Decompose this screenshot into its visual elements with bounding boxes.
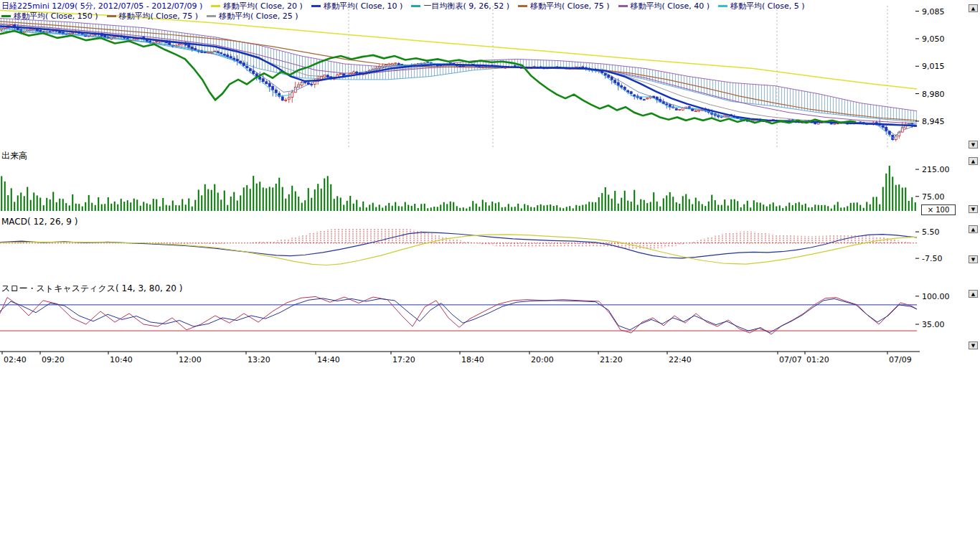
svg-text:02:40: 02:40 bbox=[4, 355, 27, 364]
svg-text:8,980: 8,980 bbox=[922, 90, 945, 99]
legend-color-sample bbox=[311, 5, 321, 7]
panel-price bbox=[0, 6, 917, 147]
svg-text:9,050: 9,050 bbox=[922, 34, 945, 44]
legend-color-sample bbox=[1, 15, 11, 17]
svg-text:01:20: 01:20 bbox=[806, 355, 829, 364]
svg-text:10:40: 10:40 bbox=[110, 355, 133, 364]
legend-item: 移動平均( Close, 150 ) bbox=[1, 11, 98, 22]
svg-text:07/09: 07/09 bbox=[889, 355, 912, 364]
stoch-scale-down-button[interactable]: ▼ bbox=[969, 342, 978, 349]
header-row-1: 日経225mini 12/09( 5分, 2012/07/05 - 2012/0… bbox=[1, 1, 805, 11]
legend-item-label: 移動平均( Close, 75 ) bbox=[119, 11, 199, 22]
svg-text:75.00: 75.00 bbox=[922, 192, 945, 202]
chart-canvas[interactable]: 9,0859,0509,0158,9808,945215.0075.005.50… bbox=[0, 0, 980, 367]
legend-item: 一目均衡表( 9, 26, 52 ) bbox=[411, 1, 509, 11]
volume-panel-title: 出来高 bbox=[1, 150, 27, 162]
legend-color-sample bbox=[411, 5, 420, 7]
svg-text:215.00: 215.00 bbox=[922, 165, 950, 174]
chart-window: 9,0859,0509,0158,9808,945215.0075.005.50… bbox=[0, 0, 980, 551]
svg-text:8,945: 8,945 bbox=[922, 117, 945, 126]
legend-item: 移動平均( Close, 75 ) bbox=[107, 11, 199, 22]
legend-item-label: 一目均衡表( 9, 26, 52 ) bbox=[423, 1, 509, 11]
svg-text:12:00: 12:00 bbox=[179, 355, 202, 364]
volume-scale-down-button[interactable]: ▼ bbox=[969, 205, 978, 213]
legend-row-1: 移動平均( Close, 20 )移動平均( Close, 10 )一目均衡表(… bbox=[211, 1, 804, 11]
svg-text:21:20: 21:20 bbox=[600, 355, 623, 364]
legend-row-2: 移動平均( Close, 150 )移動平均( Close, 75 )移動平均(… bbox=[1, 11, 298, 22]
svg-text:100.00: 100.00 bbox=[922, 292, 950, 301]
svg-text:35.00: 35.00 bbox=[922, 320, 945, 329]
legend-item: 移動平均( Close, 5 ) bbox=[718, 1, 805, 11]
svg-text:14:40: 14:40 bbox=[317, 355, 340, 364]
svg-text:5.50: 5.50 bbox=[922, 227, 940, 237]
panel-macd bbox=[0, 228, 917, 265]
price-scale-down-button[interactable]: ▼ bbox=[969, 141, 978, 149]
volume-unit-badge: × 100 bbox=[921, 204, 956, 215]
legend-color-sample bbox=[718, 5, 727, 7]
stoch-scale-up-button[interactable]: ▲ bbox=[969, 290, 978, 298]
svg-text:17:20: 17:20 bbox=[392, 355, 415, 364]
legend-color-sample bbox=[211, 5, 220, 7]
legend-color-sample bbox=[207, 15, 216, 17]
legend-item: 移動平均( Close, 75 ) bbox=[518, 1, 610, 11]
legend-item-label: 移動平均( Close, 25 ) bbox=[219, 11, 298, 22]
price-scale-up-button[interactable]: ▲ bbox=[969, 4, 978, 12]
legend-item-label: 移動平均( Close, 5 ) bbox=[730, 1, 805, 11]
legend-item: 移動平均( Close, 10 ) bbox=[311, 1, 403, 11]
legend-color-sample bbox=[107, 15, 116, 17]
svg-text:13:20: 13:20 bbox=[248, 355, 270, 364]
svg-text:9,085: 9,085 bbox=[922, 7, 945, 17]
legend-color-sample bbox=[618, 5, 628, 7]
svg-text:22:40: 22:40 bbox=[669, 355, 692, 364]
legend-item: 移動平均( Close, 40 ) bbox=[618, 1, 710, 11]
legend-item: 移動平均( Close, 20 ) bbox=[211, 1, 303, 11]
chart-title: 日経225mini 12/09( 5分, 2012/07/05 - 2012/0… bbox=[1, 1, 202, 11]
legend-item-label: 移動平均( Close, 10 ) bbox=[324, 1, 403, 11]
stoch-panel-title: スロー・ストキャスティクス( 14, 3, 80, 20 ) bbox=[1, 283, 182, 295]
macd-scale-up-button[interactable]: ▲ bbox=[969, 225, 978, 233]
legend-item: 移動平均( Close, 25 ) bbox=[207, 11, 298, 22]
legend-color-sample bbox=[518, 5, 527, 7]
legend-item-label: 移動平均( Close, 40 ) bbox=[631, 1, 710, 11]
macd-scale-down-button[interactable]: ▼ bbox=[969, 255, 978, 263]
svg-text:09:20: 09:20 bbox=[42, 355, 65, 364]
svg-text:9,015: 9,015 bbox=[922, 62, 945, 71]
svg-text:20:00: 20:00 bbox=[531, 355, 554, 364]
volume-scale-up-button[interactable]: ▲ bbox=[969, 157, 978, 165]
legend-item-label: 移動平均( Close, 75 ) bbox=[530, 1, 610, 11]
svg-text:-7.50: -7.50 bbox=[922, 254, 942, 263]
header-row-2: 移動平均( Close, 150 )移動平均( Close, 75 )移動平均(… bbox=[1, 11, 298, 22]
legend-item-label: 移動平均( Close, 20 ) bbox=[223, 1, 303, 11]
panel-volume bbox=[1, 166, 915, 211]
panel-stoch bbox=[0, 296, 917, 334]
svg-text:18:40: 18:40 bbox=[461, 355, 484, 364]
svg-text:07/07: 07/07 bbox=[779, 355, 802, 364]
legend-item-label: 移動平均( Close, 150 ) bbox=[14, 11, 98, 22]
macd-panel-title: MACD( 12, 26, 9 ) bbox=[1, 217, 77, 227]
